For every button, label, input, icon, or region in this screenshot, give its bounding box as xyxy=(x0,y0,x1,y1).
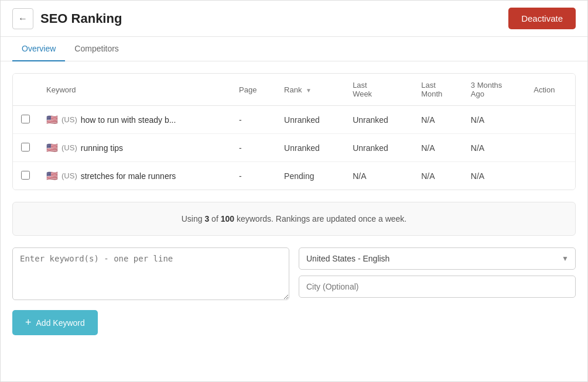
row-rank-cell: Unranked xyxy=(276,106,344,134)
col-action: Action xyxy=(525,74,575,106)
keywords-table-container: Keyword Page Rank ▼ LastWeek xyxy=(12,73,576,190)
row-3months-cell: N/A xyxy=(463,162,526,190)
add-keyword-section: United States - English United Kingdom -… xyxy=(12,247,576,302)
row-lastmonth-cell: N/A xyxy=(413,106,463,134)
keywords-table: Keyword Page Rank ▼ LastWeek xyxy=(13,74,575,190)
keyword-text: how to run with steady b... xyxy=(81,115,176,125)
row-page-cell: - xyxy=(231,162,276,190)
add-button-row: + Add Keyword xyxy=(12,310,576,335)
country-select[interactable]: United States - English United Kingdom -… xyxy=(299,247,576,270)
row-lastmonth-cell: N/A xyxy=(413,162,463,190)
deactivate-button[interactable]: Deactivate xyxy=(508,8,576,29)
row-checkbox-2[interactable] xyxy=(21,143,30,152)
tab-bar: Overview Competitors xyxy=(1,37,587,61)
keyword-input-wrapper xyxy=(12,247,289,302)
row-3months-cell: N/A xyxy=(463,106,526,134)
col-rank[interactable]: Rank ▼ xyxy=(276,74,344,106)
row-lastweek-cell: N/A xyxy=(344,162,413,190)
table-row: 🇺🇸 (US) how to run with steady b... - Un… xyxy=(13,106,575,134)
col-last-week: LastWeek xyxy=(344,74,413,106)
row-lastmonth-cell: N/A xyxy=(413,134,463,162)
row-keyword-cell: 🇺🇸 (US) how to run with steady b... xyxy=(38,106,231,134)
country-select-wrap: United States - English United Kingdom -… xyxy=(299,247,576,270)
row-checkbox-cell xyxy=(13,162,38,190)
flag-icon: 🇺🇸 xyxy=(46,114,58,125)
header-left: ← SEO Ranking xyxy=(12,8,122,29)
keyword-textarea[interactable] xyxy=(12,247,289,300)
keyword-text: running tips xyxy=(81,143,123,153)
back-button[interactable]: ← xyxy=(12,8,33,29)
table-row: 🇺🇸 (US) running tips - Unranked Unranked… xyxy=(13,134,575,162)
row-action-cell xyxy=(525,162,575,190)
back-icon: ← xyxy=(18,13,28,24)
flag-icon: 🇺🇸 xyxy=(46,170,58,181)
keyword-text: stretches for male runners xyxy=(81,171,176,181)
total-count: 100 xyxy=(221,214,234,223)
row-3months-cell: N/A xyxy=(463,134,526,162)
col-checkbox xyxy=(13,74,38,106)
region-label: (US) xyxy=(61,171,77,180)
col-keyword: Keyword xyxy=(38,74,231,106)
region-label: (US) xyxy=(61,143,77,152)
row-checkbox-1[interactable] xyxy=(21,115,30,123)
main-content: Keyword Page Rank ▼ LastWeek xyxy=(1,61,587,347)
keywords-info-box: Using 3 of 100 keywords. Rankings are up… xyxy=(12,202,576,236)
row-checkbox-cell xyxy=(13,134,38,162)
add-keyword-button[interactable]: + Add Keyword xyxy=(12,310,98,335)
row-rank-cell: Unranked xyxy=(276,134,344,162)
header: ← SEO Ranking Deactivate xyxy=(1,1,587,37)
table-row: 🇺🇸 (US) stretches for male runners - Pen… xyxy=(13,162,575,190)
row-rank-cell: Pending xyxy=(276,162,344,190)
col-three-months: 3 MonthsAgo xyxy=(463,74,526,106)
flag-icon: 🇺🇸 xyxy=(46,142,58,153)
row-checkbox-3[interactable] xyxy=(21,171,30,180)
row-lastweek-cell: Unranked xyxy=(344,134,413,162)
tab-overview[interactable]: Overview xyxy=(12,37,65,61)
col-last-month: LastMonth xyxy=(413,74,463,106)
sort-arrow-icon: ▼ xyxy=(306,87,312,94)
row-keyword-cell: 🇺🇸 (US) running tips xyxy=(38,134,231,162)
page-title: SEO Ranking xyxy=(40,11,122,26)
row-action-cell xyxy=(525,106,575,134)
row-action-cell xyxy=(525,134,575,162)
right-inputs: United States - English United Kingdom -… xyxy=(299,247,576,298)
plus-icon: + xyxy=(25,316,32,329)
row-keyword-cell: 🇺🇸 (US) stretches for male runners xyxy=(38,162,231,190)
row-checkbox-cell xyxy=(13,106,38,134)
row-page-cell: - xyxy=(231,106,276,134)
col-page: Page xyxy=(231,74,276,106)
row-lastweek-cell: Unranked xyxy=(344,106,413,134)
region-label: (US) xyxy=(61,115,77,124)
tab-competitors[interactable]: Competitors xyxy=(65,37,128,61)
row-page-cell: - xyxy=(231,134,276,162)
city-input[interactable] xyxy=(299,276,576,298)
